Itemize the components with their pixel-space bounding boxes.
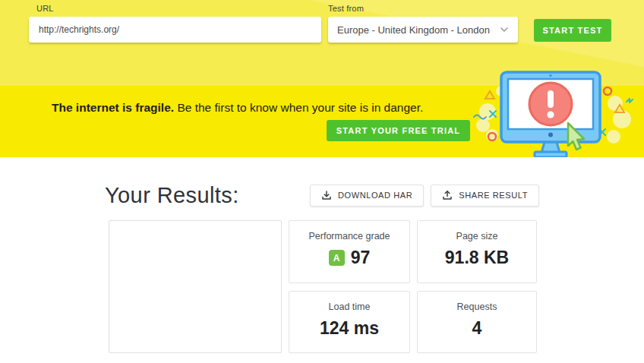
map-placeholder-card xyxy=(109,220,282,353)
page-size-card: Page size 91.8 KB xyxy=(417,220,537,283)
monitor-alert-illustration xyxy=(471,70,644,159)
results-header: Your Results: DOWNLOAD HAR xyxy=(105,182,539,208)
page-size-value: 91.8 KB xyxy=(418,248,536,268)
promo-banner: The internet is fragile. Be the first to… xyxy=(0,86,644,157)
triangle-shape xyxy=(485,91,494,99)
url-label: URL xyxy=(36,4,54,13)
download-har-label: DOWNLOAD HAR xyxy=(338,191,412,200)
grade-badge: A xyxy=(329,250,345,266)
share-result-label: SHARE RESULT xyxy=(459,191,528,200)
metric-grid: Performance grade A 97 Page size 91.8 KB… xyxy=(289,220,537,353)
performance-grade-value: 97 xyxy=(351,248,371,268)
banner-headline: The internet is fragile. Be the first to… xyxy=(52,100,477,115)
load-time-label: Load time xyxy=(289,301,409,312)
download-icon xyxy=(321,190,332,200)
alert-icon xyxy=(529,83,572,125)
test-from-label: Test from xyxy=(328,4,364,13)
requests-card: Requests 4 xyxy=(417,291,537,354)
share-icon xyxy=(442,190,453,200)
result-cards: Performance grade A 97 Page size 91.8 KB… xyxy=(109,220,537,353)
page-title: Your Results: xyxy=(105,182,239,208)
requests-value: 4 xyxy=(418,318,536,339)
requests-label: Requests xyxy=(418,301,536,312)
performance-grade-card: Performance grade A 97 xyxy=(289,220,410,283)
start-free-trial-button[interactable]: START YOUR FREE TRIAL xyxy=(327,120,470,141)
results-actions: DOWNLOAD HAR SHARE RESULT xyxy=(310,185,539,207)
chevron-down-icon xyxy=(500,27,509,33)
load-time-card: Load time 124 ms xyxy=(289,291,410,354)
performance-grade-label: Performance grade xyxy=(289,231,409,241)
start-test-button[interactable]: START TEST xyxy=(534,19,611,42)
page-size-label: Page size xyxy=(418,231,536,241)
share-result-button[interactable]: SHARE RESULT xyxy=(431,185,539,207)
results-section: Your Results: DOWNLOAD HAR xyxy=(0,157,644,363)
test-location-select[interactable]: Europe - United Kingdom - London xyxy=(328,17,518,43)
banner-headline-bold: The internet is fragile. xyxy=(52,101,174,114)
test-location-value: Europe - United Kingdom - London xyxy=(337,24,490,36)
speed-test-page: URL Test from Europe - United Kingdom - … xyxy=(0,0,644,363)
download-har-button[interactable]: DOWNLOAD HAR xyxy=(310,185,424,207)
load-time-value: 124 ms xyxy=(289,318,409,339)
url-input[interactable] xyxy=(29,17,321,43)
banner-headline-rest: Be the first to know when your site is i… xyxy=(177,101,423,114)
